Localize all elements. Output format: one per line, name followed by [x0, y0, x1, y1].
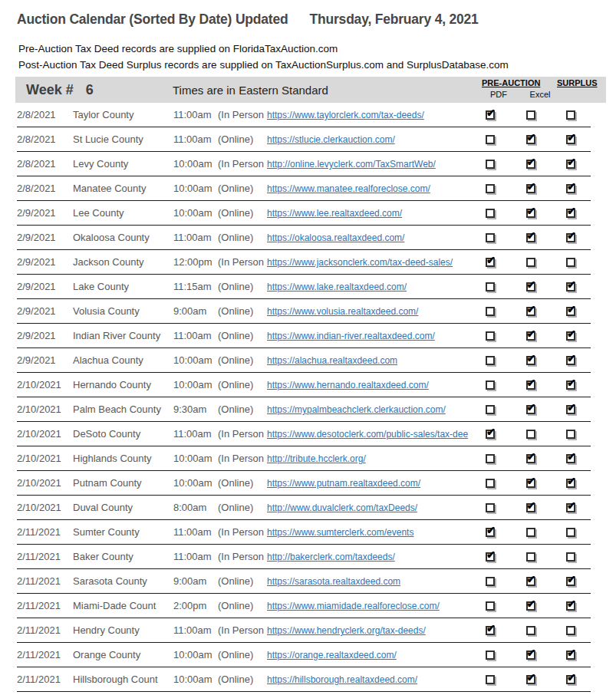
pre-auction-excel-checkbox[interactable]	[526, 405, 535, 414]
pre-auction-excel-checkbox[interactable]	[526, 675, 535, 684]
pre-auction-pdf-checkbox[interactable]	[486, 651, 495, 660]
pre-auction-excel-checkbox[interactable]	[526, 454, 535, 463]
auction-link[interactable]: https://www.lee.realtaxdeed.com/	[267, 208, 402, 219]
auction-link[interactable]: https://www.desotoclerk.com/public-sales…	[267, 429, 468, 440]
pre-auction-excel-checkbox[interactable]	[526, 135, 535, 144]
surplus-checkbox[interactable]	[566, 675, 575, 684]
auction-link[interactable]: https://www.hendryclerk.org/tax-deeds/	[267, 625, 426, 636]
surplus-checkbox[interactable]	[566, 577, 575, 586]
pre-auction-excel-checkbox[interactable]	[526, 651, 535, 660]
surplus-checkbox[interactable]	[566, 552, 575, 562]
pre-auction-pdf-checkbox[interactable]	[486, 331, 495, 341]
surplus-checkbox[interactable]	[566, 209, 575, 218]
pre-auction-excel-checkbox[interactable]	[526, 552, 535, 562]
pre-auction-excel-checkbox[interactable]	[526, 258, 535, 267]
pre-auction-excel-checkbox[interactable]	[526, 184, 535, 193]
pre-auction-excel-checkbox[interactable]	[526, 160, 535, 169]
surplus-checkbox[interactable]	[566, 528, 575, 537]
pre-auction-excel-checkbox[interactable]	[526, 503, 535, 512]
pre-auction-pdf-checkbox[interactable]	[486, 479, 495, 488]
surplus-checkbox[interactable]	[566, 430, 575, 439]
pre-auction-pdf-checkbox[interactable]	[486, 209, 495, 218]
pre-auction-excel-checkbox[interactable]	[526, 233, 535, 242]
pre-auction-excel-checkbox[interactable]	[526, 331, 535, 341]
pre-auction-pdf-checkbox[interactable]	[486, 110, 495, 120]
pre-auction-pdf-checkbox[interactable]	[486, 135, 495, 144]
surplus-checkbox[interactable]	[566, 405, 575, 414]
surplus-checkbox[interactable]	[566, 160, 575, 169]
surplus-checkbox[interactable]	[566, 601, 575, 611]
auction-link[interactable]: http://www.duvalclerk.com/taxDeeds/	[267, 502, 417, 513]
pre-auction-pdf-checkbox[interactable]	[486, 528, 495, 537]
auction-link[interactable]: https://okaloosa.realtaxdeed.com/	[267, 232, 404, 243]
mode-cell: (Online)	[218, 502, 267, 513]
pre-auction-pdf-checkbox[interactable]	[486, 405, 495, 414]
auction-link[interactable]: https://orange.realtaxdeed.com/	[267, 650, 397, 660]
surplus-checkbox[interactable]	[566, 110, 575, 120]
pre-auction-excel-checkbox[interactable]	[526, 110, 535, 120]
pre-auction-excel-checkbox[interactable]	[526, 430, 535, 439]
auction-link[interactable]: https://www.jacksonclerk.com/tax-deed-sa…	[267, 257, 453, 268]
auction-link[interactable]: https://www.manatee.realforeclose.com/	[267, 183, 430, 194]
date-cell: 2/11/2021	[17, 600, 73, 611]
pre-auction-excel-checkbox[interactable]	[526, 282, 535, 292]
auction-link[interactable]: https://www.hernando.realtaxdeed.com/	[267, 380, 429, 390]
pre-auction-pdf-checkbox[interactable]	[486, 184, 495, 193]
auction-link[interactable]: http://online.levyclerk.com/TaxSmartWeb/	[267, 159, 436, 170]
auction-link[interactable]: https://alachua.realtaxdeed.com	[267, 355, 397, 366]
auction-link[interactable]: http://bakerclerk.com/taxdeeds/	[267, 552, 395, 562]
auction-link[interactable]: https://www.miamidade.realforeclose.com/	[267, 601, 440, 611]
auction-link[interactable]: https://stlucie.clerkauction.com/	[267, 134, 395, 145]
pre-auction-pdf-checkbox[interactable]	[486, 577, 495, 586]
surplus-checkbox[interactable]	[566, 651, 575, 660]
auction-link[interactable]: https://www.putnam.realtaxdeed.com/	[267, 478, 420, 489]
auction-link[interactable]: https://www.lake.realtaxdeed.com/	[267, 282, 407, 292]
auction-link[interactable]: https://hillsborough.realtaxdeed.com/	[267, 674, 417, 685]
auction-link[interactable]: http://tribute.hcclerk.org/	[267, 453, 366, 464]
pre-auction-excel-checkbox[interactable]	[526, 626, 535, 635]
pre-auction-pdf-checkbox[interactable]	[486, 454, 495, 463]
surplus-checkbox[interactable]	[566, 258, 575, 267]
surplus-checkbox[interactable]	[566, 282, 575, 292]
auction-link[interactable]: https://mypalmbeachclerk.clerkauction.co…	[267, 404, 446, 415]
pre-auction-pdf-checkbox[interactable]	[486, 356, 495, 365]
pre-auction-excel-checkbox[interactable]	[526, 577, 535, 586]
pre-auction-excel-checkbox[interactable]	[526, 209, 535, 218]
pre-auction-excel-checkbox[interactable]	[526, 601, 535, 611]
surplus-checkbox[interactable]	[566, 135, 575, 144]
pre-auction-pdf-checkbox[interactable]	[486, 552, 495, 562]
pre-auction-pdf-checkbox[interactable]	[486, 601, 495, 611]
pre-auction-pdf-checkbox[interactable]	[486, 380, 495, 390]
pre-auction-pdf-checkbox[interactable]	[486, 258, 495, 267]
surplus-checkbox[interactable]	[566, 454, 575, 463]
pre-auction-pdf-checkbox[interactable]	[486, 233, 495, 242]
pre-auction-pdf-checkbox[interactable]	[486, 160, 495, 169]
pre-auction-pdf-checkbox[interactable]	[486, 503, 495, 512]
pre-auction-excel-checkbox[interactable]	[526, 380, 535, 390]
auction-link[interactable]: https://www.volusia.realtaxdeed.com/	[267, 306, 418, 317]
auction-link[interactable]: https://www.indian-river.realtaxdeed.com…	[267, 331, 435, 341]
surplus-checkbox[interactable]	[566, 307, 575, 316]
mode-cell: (In Person	[218, 624, 267, 636]
surplus-checkbox[interactable]	[566, 356, 575, 365]
pre-auction-pdf-checkbox[interactable]	[486, 430, 495, 439]
surplus-checkbox[interactable]	[566, 380, 575, 390]
surplus-checkbox[interactable]	[566, 184, 575, 193]
surplus-checkbox[interactable]	[566, 233, 575, 242]
pre-auction-pdf-checkbox[interactable]	[486, 626, 495, 635]
auction-link[interactable]: https://www.sumterclerk.com/events	[267, 527, 413, 538]
pre-auction-pdf-checkbox[interactable]	[486, 307, 495, 316]
mode-cell: (Online)	[218, 330, 267, 341]
pre-auction-pdf-checkbox[interactable]	[486, 675, 495, 684]
auction-link[interactable]: https://sarasota.realtaxdeed.com	[267, 576, 400, 587]
pre-auction-excel-checkbox[interactable]	[526, 356, 535, 365]
auction-link[interactable]: https://www.taylorclerk.com/tax-deeds/	[267, 110, 424, 120]
surplus-checkbox[interactable]	[566, 331, 575, 341]
surplus-checkbox[interactable]	[566, 503, 575, 512]
pre-auction-excel-checkbox[interactable]	[526, 528, 535, 537]
pre-auction-excel-checkbox[interactable]	[526, 307, 535, 316]
surplus-checkbox[interactable]	[566, 626, 575, 635]
surplus-checkbox[interactable]	[566, 479, 575, 488]
pre-auction-excel-checkbox[interactable]	[526, 479, 535, 488]
pre-auction-pdf-checkbox[interactable]	[486, 282, 495, 292]
